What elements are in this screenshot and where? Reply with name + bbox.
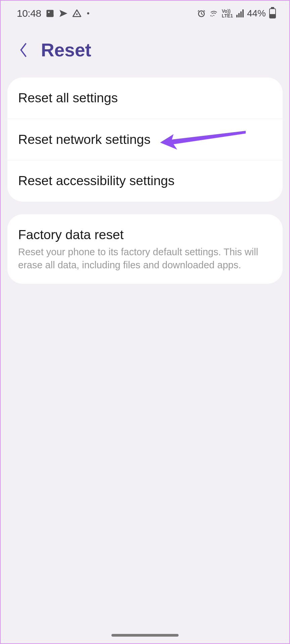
reset-all-settings-item[interactable]: Reset all settings <box>7 77 283 119</box>
battery-icon <box>269 8 276 18</box>
battery-percent: 44% <box>247 8 266 19</box>
page-header: Reset <box>1 26 289 77</box>
svg-point-1 <box>48 11 50 13</box>
reset-network-settings-item[interactable]: Reset network settings <box>7 119 283 161</box>
network-label: Vo)) LTE1 <box>222 9 233 18</box>
status-bar-left: 10:48 • <box>17 8 90 19</box>
send-icon <box>59 9 68 18</box>
svg-point-2 <box>76 13 78 15</box>
page-title: Reset <box>41 39 91 61</box>
list-item-label: Reset network settings <box>18 131 272 148</box>
status-bar: 10:48 • Vo)) LTE1 <box>1 1 289 26</box>
back-icon[interactable] <box>17 42 30 58</box>
status-bar-right: Vo)) LTE1 44% <box>197 8 276 19</box>
gallery-icon <box>45 9 55 18</box>
reset-accessibility-settings-item[interactable]: Reset accessibility settings <box>7 160 283 202</box>
list-item-subtitle: Reset your phone to its factory default … <box>18 246 272 272</box>
status-time: 10:48 <box>17 8 41 19</box>
factory-data-reset-item[interactable]: Factory data reset Reset your phone to i… <box>7 214 283 284</box>
svg-point-4 <box>213 15 214 16</box>
factory-reset-card: Factory data reset Reset your phone to i… <box>7 214 283 284</box>
triangle-alert-icon <box>72 9 82 18</box>
status-dot-icon: • <box>87 9 90 18</box>
signal-icon <box>236 9 244 17</box>
list-item-label: Factory data reset <box>18 226 272 244</box>
wifi-icon <box>209 9 219 17</box>
list-item-label: Reset all settings <box>18 90 272 107</box>
list-item-label: Reset accessibility settings <box>18 172 272 190</box>
reset-options-card: Reset all settings Reset network setting… <box>7 77 283 202</box>
home-indicator[interactable] <box>111 634 179 637</box>
alarm-icon <box>197 9 206 18</box>
